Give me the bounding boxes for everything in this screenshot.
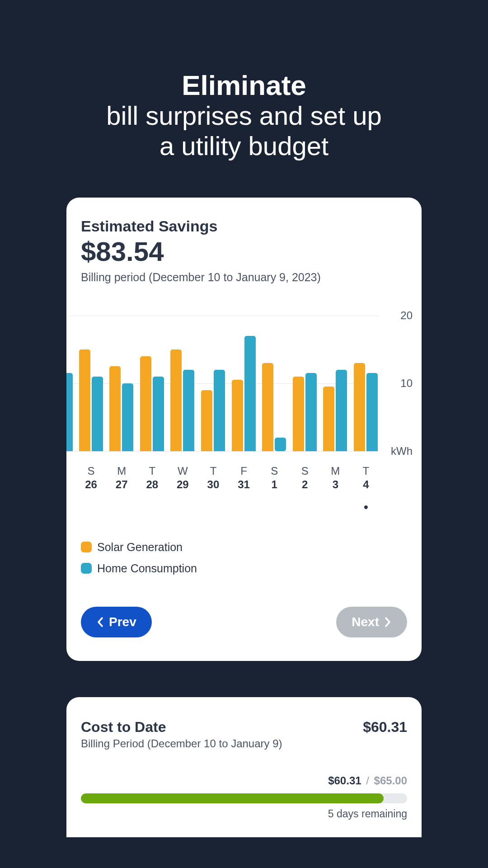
- bar-solar: [354, 363, 365, 451]
- day-of-week: M: [323, 465, 347, 477]
- legend-solar-label: Solar Generation: [97, 541, 183, 554]
- day-column: [232, 336, 256, 451]
- date-number: 4: [354, 478, 378, 491]
- bar-solar: [323, 387, 334, 451]
- progress-total: $65.00: [374, 774, 407, 787]
- savings-card: Estimated Savings $83.54 Billing period …: [66, 198, 422, 661]
- day-of-week: M: [109, 465, 134, 477]
- billing-period: Billing period (December 10 to January 9…: [81, 271, 407, 284]
- x-label: M27: [109, 465, 134, 514]
- date-number: 31: [232, 478, 256, 491]
- day-column: [201, 370, 225, 451]
- legend-home: Home Consumption: [81, 562, 407, 575]
- bar-home: [66, 373, 73, 451]
- day-column: [170, 349, 195, 451]
- bar-home: [244, 336, 256, 451]
- heading-bold: Eliminate: [0, 70, 488, 101]
- progress-current: $60.31: [328, 774, 361, 787]
- progress-bar-fill: [81, 793, 384, 803]
- bar-home: [122, 383, 133, 451]
- y-tick-10: 10: [400, 377, 413, 390]
- chart-legend: Solar Generation Home Consumption: [81, 541, 407, 575]
- next-button[interactable]: Next: [336, 607, 407, 637]
- bar-solar: [79, 349, 90, 451]
- day-of-week: T: [354, 465, 378, 477]
- home-swatch-icon: [81, 563, 92, 574]
- chevron-left-icon: [96, 617, 104, 627]
- legend-solar: Solar Generation: [81, 541, 407, 554]
- cost-value: $60.31: [363, 719, 407, 736]
- bar-home: [214, 370, 225, 451]
- bar-home: [336, 370, 347, 451]
- date-number: 2: [293, 478, 317, 491]
- day-of-week: F: [232, 465, 256, 477]
- date-number: 26: [79, 478, 103, 491]
- cost-label: Cost to Date: [81, 719, 166, 736]
- x-label: T28: [140, 465, 164, 514]
- day-of-week: S: [262, 465, 286, 477]
- bar-home: [92, 377, 103, 451]
- bar-solar: [201, 390, 212, 451]
- next-label: Next: [352, 615, 379, 629]
- day-column: [323, 370, 347, 451]
- x-label: S26: [79, 465, 103, 514]
- date-number: 1: [262, 478, 286, 491]
- y-axis-unit: kWh: [391, 445, 413, 458]
- day-of-week: T: [140, 465, 164, 477]
- day-of-week: S: [293, 465, 317, 477]
- bar-solar: [140, 356, 151, 451]
- x-label: F31: [232, 465, 256, 514]
- prev-label: Prev: [109, 615, 136, 629]
- days-remaining: 5 days remaining: [81, 808, 407, 820]
- day-column: [262, 363, 286, 451]
- chart-x-axis: S26M27T28W29T30F31S1S2M3T4•: [66, 465, 378, 514]
- legend-home-label: Home Consumption: [97, 562, 197, 575]
- chevron-right-icon: [384, 617, 392, 627]
- date-number: 3: [323, 478, 347, 491]
- x-label: T30: [201, 465, 225, 514]
- bar-home: [153, 377, 164, 451]
- progress-bar: [81, 793, 407, 803]
- day-of-week: S: [79, 465, 103, 477]
- x-label: T4•: [354, 465, 378, 514]
- savings-amount: $83.54: [81, 236, 407, 267]
- bar-chart: 20 10 kWh S26M27T28W29T30F31S1S2M3T4•: [66, 316, 422, 514]
- date-number: 27: [109, 478, 134, 491]
- bar-solar: [109, 366, 121, 451]
- bar-solar: [293, 377, 304, 451]
- bar-solar: [262, 363, 273, 451]
- bar-solar: [170, 349, 182, 451]
- bar-home: [366, 373, 378, 451]
- day-column: [293, 373, 317, 451]
- pager: Prev Next: [81, 607, 407, 637]
- cost-period: Billing Period (December 10 to January 9…: [81, 737, 407, 750]
- x-label: W29: [170, 465, 195, 514]
- heading-line-2: a utility budget: [0, 131, 488, 161]
- current-day-dot-icon: •: [354, 501, 378, 514]
- prev-button[interactable]: Prev: [81, 607, 152, 637]
- chart-bars: [66, 316, 378, 451]
- date-number: 28: [140, 478, 164, 491]
- day-column: [140, 356, 164, 451]
- day-column: [109, 366, 134, 451]
- solar-swatch-icon: [81, 542, 92, 552]
- y-tick-20: 20: [400, 309, 413, 322]
- bar-solar: [232, 380, 243, 451]
- bar-home: [275, 438, 286, 451]
- progress-text: $60.31 / $65.00: [81, 774, 407, 787]
- savings-label: Estimated Savings: [81, 217, 407, 235]
- day-column: [354, 363, 378, 451]
- progress-separator: /: [366, 774, 369, 787]
- bar-home: [183, 370, 194, 451]
- date-number: 29: [170, 478, 195, 491]
- page-heading: Eliminate bill surprises and set up a ut…: [0, 0, 488, 161]
- x-label: S2: [293, 465, 317, 514]
- day-of-week: T: [201, 465, 225, 477]
- day-column: [66, 373, 73, 451]
- cost-card: Cost to Date $60.31 Billing Period (Dece…: [66, 697, 422, 837]
- day-column: [79, 349, 103, 451]
- heading-line-1: bill surprises and set up: [0, 101, 488, 131]
- x-label: S1: [262, 465, 286, 514]
- day-of-week: W: [170, 465, 195, 477]
- x-label: M3: [323, 465, 347, 514]
